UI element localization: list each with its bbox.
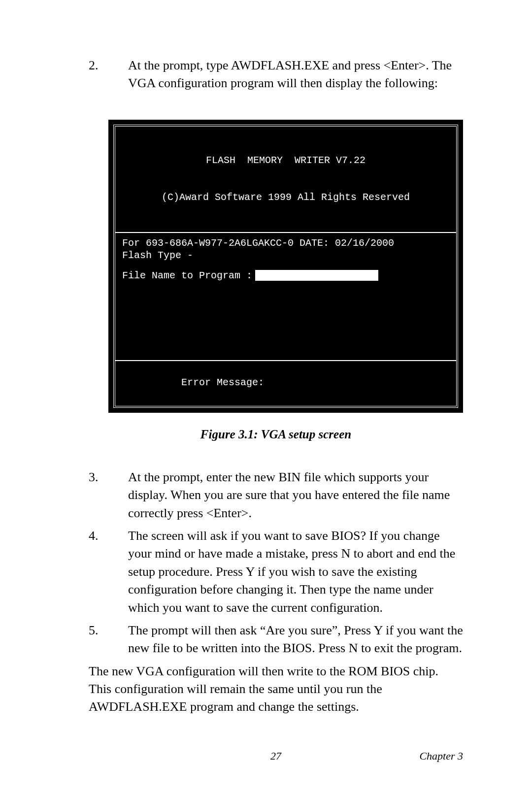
bios-info-line-2: Flash Type - [122,249,449,262]
step-number: 5. [89,622,128,658]
page: 2. At the prompt, type AWDFLASH.EXE and … [0,0,532,797]
chapter-label: Chapter 3 [419,750,463,763]
page-number: 27 [270,750,281,763]
bios-input-label: File Name to Program : [122,269,252,282]
list-item-step-2: 2. At the prompt, type AWDFLASH.EXE and … [89,57,463,93]
step-text: The prompt will then ask “Are you sure”,… [128,622,463,658]
list-item-step-5: 5. The prompt will then ask “Are you sur… [89,622,463,658]
bios-screenshot: FLASH MEMORY WRITER V7.22 (C)Award Softw… [108,120,463,413]
step-number: 4. [89,527,128,617]
bios-body: For 693-686A-W977-2A6LGAKCC-0 DATE: 02/1… [115,233,456,361]
bios-header: FLASH MEMORY WRITER V7.22 (C)Award Softw… [115,127,456,233]
bios-title-line-2: (C)Award Software 1999 All Rights Reserv… [122,191,449,203]
step-text: At the prompt, type AWDFLASH.EXE and pre… [128,57,463,93]
page-footer: 27 Chapter 3 [89,750,463,763]
step-text: The screen will ask if you want to save … [128,527,463,617]
bios-title-line-1: FLASH MEMORY WRITER V7.22 [122,154,449,166]
bios-footer: Error Message: [115,361,456,406]
bios-frame: FLASH MEMORY WRITER V7.22 (C)Award Softw… [113,125,458,408]
bios-input-row: File Name to Program : [122,269,449,282]
step-number: 3. [89,468,128,522]
step-text: At the prompt, enter the new BIN file wh… [128,468,463,522]
list-item-step-3: 3. At the prompt, enter the new BIN file… [89,468,463,522]
file-name-input[interactable] [255,270,378,281]
step-number: 2. [89,57,128,93]
bios-outer-frame: FLASH MEMORY WRITER V7.22 (C)Award Softw… [108,120,463,413]
closing-paragraph: The new VGA configuration will then writ… [89,663,463,716]
bios-info-line-1: For 693-686A-W977-2A6LGAKCC-0 DATE: 02/1… [122,237,449,249]
figure-caption: Figure 3.1: VGA setup screen [89,428,463,441]
list-item-step-4: 4. The screen will ask if you want to sa… [89,527,463,617]
bios-error-label: Error Message: [181,377,264,388]
